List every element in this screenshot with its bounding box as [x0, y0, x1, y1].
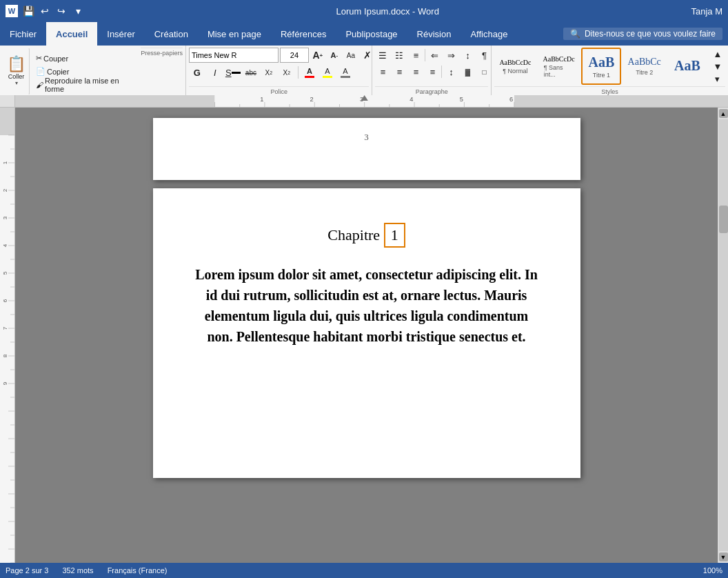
paste-icon: 📋: [7, 57, 26, 72]
couper-button[interactable]: ✂ Couper: [32, 52, 138, 65]
vruler-svg: 1 2 3 4 5 6 7 8 9: [0, 108, 15, 563]
styles-scroll-down[interactable]: ▼: [710, 61, 725, 72]
multilevel-list-button[interactable]: ≡: [408, 48, 423, 63]
svg-rect-1: [15, 95, 215, 108]
underline-button[interactable]: S: [225, 64, 241, 81]
font-name-input[interactable]: [189, 48, 279, 63]
scroll-up[interactable]: ▲: [719, 109, 728, 118]
shrink-font-button[interactable]: A-: [327, 48, 342, 63]
decrease-indent-button[interactable]: ⇐: [427, 48, 442, 63]
menu-references[interactable]: Références: [271, 22, 336, 46]
scroll-thumb[interactable]: [719, 206, 728, 233]
border-button[interactable]: □: [476, 64, 492, 79]
bullet-list-button[interactable]: ☰: [375, 48, 390, 63]
style-titre2[interactable]: AaBbCc Titre 2: [623, 48, 666, 85]
reproduire-button[interactable]: 🖌 Reproduire la mise en forme: [32, 79, 138, 91]
bold-button[interactable]: G: [189, 64, 205, 81]
qat-dropdown[interactable]: ▾: [72, 5, 84, 17]
menu-inserer[interactable]: Insérer: [97, 22, 144, 46]
scrollbar[interactable]: ▲ ▼: [718, 108, 728, 563]
menu-accueil[interactable]: Accueil: [46, 22, 97, 46]
strikethrough-button[interactable]: abc: [243, 64, 259, 81]
style-sans-int[interactable]: AaBbCcDc ¶ Sans int...: [538, 48, 580, 85]
svg-text:5: 5: [460, 96, 463, 103]
style-extra-preview: AaB: [674, 58, 700, 74]
align-left-button[interactable]: ≡: [375, 64, 390, 79]
search-box[interactable]: 🔍 Dites-nous ce que vous voulez faire: [563, 28, 722, 40]
font-group: A+ A- Aa ✗ G I S abc X2 X2 A: [186, 46, 373, 95]
numbered-list-button[interactable]: ☷: [392, 48, 407, 63]
styles-group: AaBbCcDc ¶ Normal AaBbCcDc ¶ Sans int...…: [492, 46, 728, 95]
font-color-button[interactable]: A: [301, 64, 318, 81]
svg-text:1: 1: [260, 96, 263, 103]
undo-button[interactable]: ↩: [39, 5, 51, 17]
subscript-button[interactable]: X2: [261, 64, 277, 81]
document-scroll-area[interactable]: 3 Chapitre 1 Lorem ipsum dolor sit amet,…: [15, 108, 718, 563]
svg-text:2: 2: [2, 188, 8, 192]
redo-button[interactable]: ↪: [55, 5, 68, 17]
highlight-button[interactable]: A: [319, 64, 336, 81]
page-2: Chapitre 1 Lorem ipsum dolor sit amet, c…: [153, 188, 580, 478]
zoom-level[interactable]: 100%: [703, 566, 722, 575]
line-spacing-button[interactable]: ↕: [443, 64, 458, 79]
shading-button[interactable]: ▓: [460, 64, 475, 79]
word-icon: W: [6, 5, 18, 17]
style-extra[interactable]: AaB: [667, 48, 707, 85]
increase-indent-button[interactable]: ⇒: [443, 48, 458, 63]
paragraph-group: ☰ ☷ ≡ ⇐ ⇒ ↕ ¶ ≡ ≡ ≡ ≡ ↕ ▓ □ Paragraphe: [372, 46, 492, 95]
change-case-button[interactable]: Aa: [343, 48, 358, 63]
menu-fichier[interactable]: Fichier: [0, 22, 46, 46]
font-label: Police: [189, 86, 370, 95]
svg-rect-25: [0, 108, 15, 135]
paste-button[interactable]: 📋 Coller ▾: [3, 48, 30, 95]
menu-mise-en-page[interactable]: Mise en page: [198, 22, 271, 46]
menu-creation[interactable]: Création: [145, 22, 198, 46]
shade-button[interactable]: A: [337, 64, 354, 81]
chapter-number-box: 1: [384, 223, 405, 248]
save-button[interactable]: 💾: [22, 5, 34, 17]
style-normal-label: ¶ Normal: [503, 68, 527, 74]
svg-rect-2: [514, 95, 728, 108]
menu-revision[interactable]: Révision: [407, 22, 461, 46]
svg-text:6: 6: [2, 299, 8, 302]
style-normal[interactable]: AaBbCcDc ¶ Normal: [494, 48, 536, 85]
scroll-down[interactable]: ▼: [719, 552, 728, 561]
align-center-button[interactable]: ≡: [392, 64, 407, 79]
style-titre1[interactable]: AaB Titre 1: [581, 48, 621, 85]
menu-publipostage[interactable]: Publipostage: [336, 22, 407, 46]
menu-affichage[interactable]: Affichage: [461, 22, 517, 46]
page-1: 3: [153, 118, 580, 180]
user-name: Tanja M: [691, 6, 722, 17]
paragraph-label: Paragraphe: [375, 86, 488, 95]
clipboard-group: 📋 Coller ▾ ✂ Couper 📄 Copier 🖌 R: [0, 46, 186, 95]
style-titre1-preview: AaB: [589, 54, 615, 70]
chapter-title: Chapitre 1: [194, 223, 539, 248]
align-right-button[interactable]: ≡: [408, 64, 423, 79]
style-normal-preview: AaBbCcDc: [499, 59, 531, 66]
page2-content: Chapitre 1 Lorem ipsum dolor sit amet, c…: [153, 188, 580, 375]
grow-font-button[interactable]: A+: [310, 48, 325, 63]
font-size-input[interactable]: [280, 48, 309, 63]
scroll-track[interactable]: [719, 119, 728, 551]
style-titre1-label: Titre 1: [593, 72, 610, 79]
sort-button[interactable]: ↕: [460, 48, 475, 63]
couper-label: Couper: [43, 54, 68, 63]
page-info: Page 2 sur 3: [6, 566, 48, 575]
paste-dropdown[interactable]: ▾: [15, 80, 18, 86]
svg-text:4: 4: [410, 96, 413, 103]
page1-number: 3: [153, 118, 580, 150]
title-bar-left: W 💾 ↩ ↪ ▾: [6, 5, 84, 17]
body-text: Lorem ipsum dolor sit amet, consectetur …: [194, 264, 539, 347]
svg-text:7: 7: [2, 326, 8, 330]
superscript-button[interactable]: X2: [279, 64, 295, 81]
svg-text:6: 6: [509, 96, 513, 103]
italic-button[interactable]: I: [207, 64, 223, 81]
justify-button[interactable]: ≡: [425, 64, 440, 79]
show-formatting-button[interactable]: ¶: [476, 48, 492, 63]
ruler-corner[interactable]: [0, 95, 15, 108]
styles-expand[interactable]: ▾: [710, 73, 725, 84]
styles-scroll-up[interactable]: ▲: [710, 48, 725, 59]
search-label: Dites-nous ce que vous voulez faire: [585, 29, 716, 39]
copier-icon: 📄: [36, 67, 46, 76]
status-bar: Page 2 sur 3 352 mots Français (France) …: [0, 563, 728, 578]
